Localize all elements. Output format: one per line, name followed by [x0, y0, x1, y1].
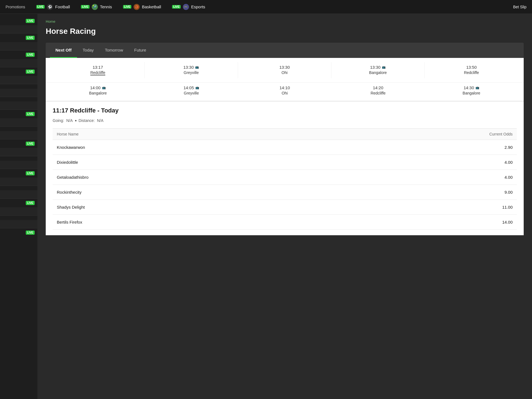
horse-row-3[interactable]: Rockinthecity 9.00: [53, 185, 517, 200]
football-live-badge: LIVE: [36, 5, 45, 9]
race-detail: 11:17 Redcliffe - Today Going: N/A Dista…: [46, 101, 524, 235]
sidebar-item-13[interactable]: LIVE: [0, 199, 37, 207]
tennis-icon: 🎾: [92, 4, 98, 10]
esports-label: Esports: [191, 4, 205, 9]
race-venue2-5: Bangalore: [463, 91, 480, 95]
sidebar-item-4[interactable]: LIVE: [0, 67, 37, 76]
sidebar-line-11: [0, 178, 37, 186]
race-info: Going: N/A Distance: N/A: [53, 118, 517, 123]
breadcrumb[interactable]: Home: [46, 19, 524, 24]
tennis-live-badge: LIVE: [81, 5, 89, 9]
horse-odds-0: 2.90: [505, 145, 513, 150]
race-cell-2[interactable]: 13:30 📺 Greyville: [145, 62, 238, 78]
sidebar-item-3[interactable]: LIVE: [0, 50, 37, 59]
sidebar-line-5: [0, 89, 37, 97]
going-value: N/A: [66, 118, 73, 123]
race-time-3: 13:30: [279, 65, 290, 70]
distance-label: Distance:: [79, 118, 95, 123]
race-detail-title: 11:17 Redcliffe - Today: [53, 107, 517, 114]
separator-dot: [75, 120, 76, 121]
esports-live-badge: LIVE: [172, 5, 180, 9]
horse-name-0: Knockawarwon: [57, 145, 85, 150]
horse-odds-3: 9.00: [505, 190, 513, 195]
sidebar-item-7[interactable]: LIVE: [0, 110, 37, 118]
race-time2-3: 14:10: [280, 85, 290, 90]
horse-row-5[interactable]: Bertils Firefox 14.00: [53, 215, 517, 230]
race-venue2-1: Bangalore: [89, 91, 107, 95]
header-horse-name: Horse Name: [57, 132, 79, 136]
live-tag-3: LIVE: [26, 53, 35, 57]
basketball-live-badge: LIVE: [123, 5, 131, 9]
live-tag-7: LIVE: [26, 171, 35, 175]
horse-name-4: Shadys Delight: [57, 205, 85, 209]
header-current-odds: Current Odds: [489, 132, 513, 136]
sidebar: LIVE LIVE LIVE LIVE LIVE LIVE LIVE: [0, 14, 37, 399]
live-tag-6: LIVE: [26, 142, 35, 146]
nav-tennis[interactable]: LIVE 🎾 Tennis: [81, 4, 112, 10]
race-time2-2: 14:05 📺: [183, 85, 199, 90]
tab-next-off[interactable]: Next Off: [50, 43, 77, 58]
sidebar-item-15[interactable]: LIVE: [0, 228, 37, 237]
horse-name-1: Dixiedolittle: [57, 160, 78, 165]
sidebar-item-1[interactable]: LIVE: [0, 17, 37, 25]
horses-table: Horse Name Current Odds Knockawarwon 2.9…: [53, 128, 517, 230]
horse-odds-5: 14.00: [502, 220, 513, 224]
horse-name-2: Getaloadathisbro: [57, 175, 88, 180]
race-schedule-row2: 14:00 📺 Bangalore 14:05 📺 Greyville 14:1…: [46, 83, 524, 101]
race-cell2-3[interactable]: 14:10 Ohi: [238, 84, 331, 97]
race-time-5: 13:50: [466, 65, 477, 70]
race-venue2-2: Greyville: [184, 91, 199, 95]
going-label: Going:: [53, 118, 64, 123]
race-cell-1[interactable]: 13:17 Redcliffe: [51, 62, 145, 78]
sidebar-item-2[interactable]: LIVE: [0, 34, 37, 42]
basketball-icon: 🏀: [134, 4, 140, 10]
sidebar-line-3: [0, 59, 37, 67]
sidebar-line-7: [0, 118, 37, 127]
sidebar-item-11[interactable]: LIVE: [0, 169, 37, 178]
race-time2-4: 14:20: [373, 85, 383, 90]
race-cell2-4[interactable]: 14:20 Redcliffe: [331, 84, 425, 97]
tabs-container: Next Off Today Tomorrow Future: [46, 43, 524, 58]
race-cell-5[interactable]: 13:50 Redcliffe: [425, 62, 518, 78]
esports-icon: 🎮: [183, 4, 189, 10]
sidebar-item-5: [0, 84, 37, 89]
tab-tomorrow[interactable]: Tomorrow: [99, 43, 129, 58]
race-cell-3[interactable]: 13:30 Ohi: [238, 62, 331, 78]
nav-basketball[interactable]: LIVE 🏀 Basketball: [123, 4, 161, 10]
tab-future[interactable]: Future: [129, 43, 152, 58]
sidebar-line-13: [0, 207, 37, 216]
nav-promotions[interactable]: Promotions: [6, 5, 25, 9]
horse-row-2[interactable]: Getaloadathisbro 4.00: [53, 170, 517, 185]
tv-icon-4: 📺: [382, 65, 386, 69]
sidebar-line-8: [0, 131, 37, 139]
race-venue2-3: Ohi: [282, 91, 288, 95]
horse-row-1[interactable]: Dixiedolittle 4.00: [53, 155, 517, 170]
nav-football[interactable]: LIVE ⚽ Football: [36, 4, 70, 10]
live-tag-5: LIVE: [26, 112, 35, 116]
race-cell2-2[interactable]: 14:05 📺 Greyville: [145, 84, 238, 97]
sidebar-line-12: [0, 190, 37, 199]
sidebar-line-9: [0, 148, 37, 156]
nav-esports[interactable]: LIVE 🎮 Esports: [172, 4, 205, 10]
horse-row-0[interactable]: Knockawarwon 2.90: [53, 140, 517, 155]
horse-row-4[interactable]: Shadys Delight 11.00: [53, 200, 517, 215]
tv-icon2-1: 📺: [102, 86, 106, 89]
race-cell2-1[interactable]: 14:00 📺 Bangalore: [51, 84, 145, 97]
tv-icon2-5: 📺: [475, 86, 479, 89]
race-time-2: 13:30 📺: [183, 65, 199, 70]
tv-icon2-2: 📺: [195, 86, 199, 89]
race-schedule-row1: 13:17 Redcliffe 13:30 📺 Greyville 13:30 …: [46, 58, 524, 83]
race-cell-4[interactable]: 13:30 📺 Bangalore: [331, 62, 425, 78]
race-time-4: 13:30 📺: [370, 65, 386, 70]
horse-name-5: Bertils Firefox: [57, 220, 82, 224]
race-time2-1: 14:00 📺: [90, 85, 106, 90]
race-time2-5: 14:30 📺: [464, 85, 479, 90]
bet-slip-button[interactable]: Bet Slip: [513, 5, 526, 9]
main-content: Home Horse Racing Next Off Today Tomorro…: [37, 14, 532, 399]
tab-today[interactable]: Today: [77, 43, 99, 58]
sidebar-item-9[interactable]: LIVE: [0, 139, 37, 148]
race-cell2-5[interactable]: 14:30 📺 Bangalore: [425, 84, 518, 97]
race-venue-1: Redcliffe: [90, 70, 105, 75]
live-tag-1: LIVE: [26, 19, 35, 23]
horse-odds-2: 4.00: [505, 175, 513, 180]
